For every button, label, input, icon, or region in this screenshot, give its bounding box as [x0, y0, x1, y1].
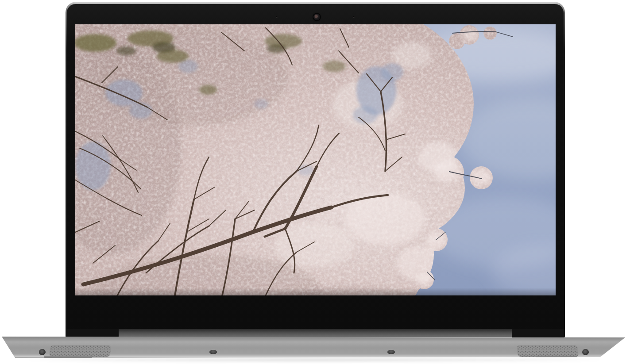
- ground-shadow: [27, 358, 602, 362]
- screw-front-left-icon: [209, 350, 217, 354]
- hinge-tab-left: [66, 329, 119, 338]
- hinge-tab-right: [512, 329, 565, 338]
- laptop-screen: [75, 24, 556, 295]
- cherry-blossom-wallpaper: [75, 24, 556, 295]
- laptop-base: [2, 335, 627, 359]
- speaker-grille-left-icon: [49, 345, 112, 357]
- speaker-grille-right-icon: [517, 345, 579, 357]
- webcam-icon: [313, 14, 320, 20]
- screw-right-icon: [582, 349, 589, 355]
- hinge-gap: [66, 329, 564, 337]
- screw-left-icon: [39, 349, 46, 355]
- microphone-hole-right-icon: [353, 16, 355, 18]
- screw-front-right-icon: [387, 350, 395, 354]
- product-photo: { "scene": { "description": "Product pho…: [0, 0, 630, 364]
- microphone-hole-left-icon: [276, 16, 278, 18]
- frame-shadow: [75, 288, 556, 295]
